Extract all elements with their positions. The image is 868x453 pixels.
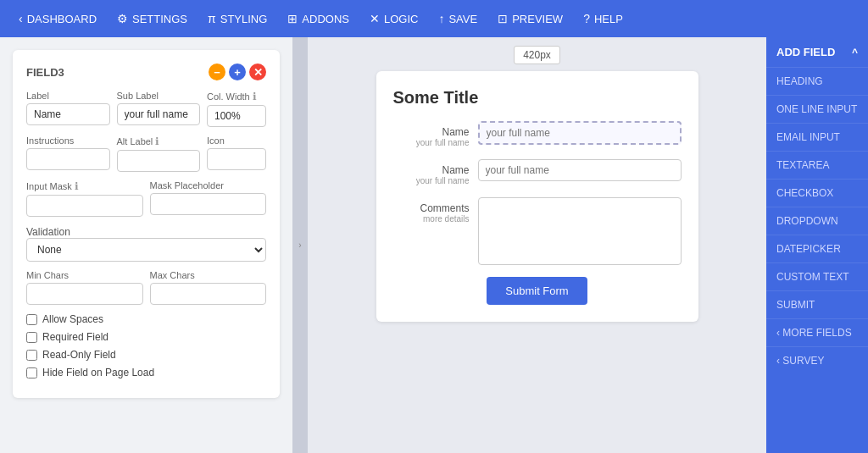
minchars-label: Min Chars [26, 270, 143, 280]
nav-preview[interactable]: ⊡ PREVIEW [487, 7, 573, 30]
right-panel-chevron[interactable]: ^ [852, 47, 858, 58]
nav-logic[interactable]: ✕ LOGIC [359, 7, 428, 30]
help-icon: ? [583, 12, 590, 25]
inputmask-label: Input Mask ℹ [26, 180, 143, 192]
left-panel: FIELD3 − + ✕ Label Sub Label [0, 37, 292, 453]
panel-header: FIELD3 − + ✕ [26, 64, 266, 80]
minchars-input[interactable] [26, 283, 143, 305]
hide-on-load-checkbox[interactable] [26, 367, 37, 378]
group-icon: Icon [207, 135, 266, 170]
addons-icon: ⊞ [287, 12, 298, 25]
right-item-email-input[interactable]: EMAIL INPUT [766, 123, 868, 151]
right-item-datepicker[interactable]: DATEPICKER [766, 235, 868, 262]
nav-styling[interactable]: π STYLING [198, 7, 277, 30]
instructions-label: Instructions [26, 135, 110, 146]
main-layout: FIELD3 − + ✕ Label Sub Label [0, 37, 868, 453]
sublabel-input[interactable] [117, 103, 201, 125]
sublabel-label: Sub Label [117, 91, 201, 101]
maskplaceholder-label: Mask Placeholder [150, 180, 267, 191]
right-item-heading[interactable]: HEADING [766, 67, 868, 95]
preview-field-3: Comments more details [393, 197, 682, 265]
panel-title-text: FIELD3 [26, 66, 64, 79]
right-item-survey[interactable]: ‹ SURVEY [766, 346, 868, 374]
read-only-label: Read-Only Field [42, 349, 116, 361]
validation-label: Validation [26, 226, 70, 238]
read-only-checkbox[interactable] [26, 350, 37, 361]
maxchars-label: Max Chars [150, 270, 267, 280]
maskplaceholder-input[interactable] [150, 193, 267, 215]
altlabel-info-icon[interactable]: ℹ [155, 135, 159, 147]
group-maskplaceholder: Mask Placeholder [150, 180, 267, 215]
preview-field-1: Name your full name [393, 121, 682, 147]
group-label: Label [26, 91, 110, 125]
right-item-submit[interactable]: SUBMIT [766, 290, 868, 318]
minimize-button[interactable]: − [209, 64, 225, 80]
instructions-input[interactable] [26, 148, 110, 170]
allow-spaces-checkbox[interactable] [26, 314, 37, 325]
label-input[interactable] [26, 103, 110, 125]
right-item-textarea[interactable]: TEXTAREA [766, 151, 868, 179]
right-item-dropdown[interactable]: DROPDOWN [766, 207, 868, 235]
checkbox-required-field: Required Field [26, 331, 266, 343]
group-altlabel: Alt Label ℹ [117, 135, 201, 172]
checkbox-allow-spaces: Allow Spaces [26, 313, 266, 325]
nav-settings[interactable]: ⚙ SETTINGS [107, 7, 198, 30]
validation-section: Validation None Email URL Number Alpha A… [26, 225, 266, 262]
group-maxchars: Max Chars [150, 270, 267, 305]
right-item-checkbox[interactable]: CHECKBOX [766, 179, 868, 207]
form-preview: Some Title Name your full name Name your… [376, 71, 698, 322]
group-inputmask: Input Mask ℹ [26, 180, 143, 217]
top-nav: ‹ DASHBOARD ⚙ SETTINGS π STYLING ⊞ ADDON… [0, 0, 868, 37]
right-panel: ADD FIELD ^ HEADING ONE LINE INPUT EMAIL… [766, 37, 868, 453]
required-field-label: Required Field [42, 331, 108, 343]
preview-input-1[interactable] [478, 121, 682, 145]
allow-spaces-label: Allow Spaces [42, 313, 103, 325]
right-item-custom-text[interactable]: CUSTOM TEXT [766, 262, 868, 290]
required-field-checkbox[interactable] [26, 332, 37, 343]
right-item-more-fields[interactable]: ‹ MORE FIELDS [766, 318, 868, 346]
preview-icon: ⊡ [498, 12, 508, 25]
inputmask-info-icon[interactable]: ℹ [75, 180, 79, 192]
colwidth-input[interactable] [207, 105, 266, 127]
submit-form-button[interactable]: Submit Form [487, 277, 587, 305]
preview-field-2: Name your full name [393, 159, 682, 185]
group-instructions: Instructions [26, 135, 110, 170]
group-colwidth: Col. Width ℹ [207, 91, 266, 127]
panel-title-icons: − + ✕ [209, 64, 266, 80]
panel-divider[interactable]: › [292, 37, 308, 453]
right-item-one-line-input[interactable]: ONE LINE INPUT [766, 95, 868, 123]
nav-dashboard[interactable]: ‹ DASHBOARD [8, 7, 107, 30]
preview-title: Some Title [393, 88, 682, 108]
maxchars-input[interactable] [150, 283, 267, 305]
label-label: Label [26, 91, 110, 101]
nav-addons[interactable]: ⊞ ADDONS [277, 7, 359, 30]
styling-icon: π [208, 12, 216, 25]
inputmask-input[interactable] [26, 195, 143, 217]
validation-select[interactable]: None Email URL Number Alpha Alphanumeric [26, 238, 266, 262]
save-icon: ↑ [438, 12, 444, 25]
altlabel-label: Alt Label ℹ [117, 135, 201, 147]
row-instructions-altlabel-icon: Instructions Alt Label ℹ Icon [26, 135, 266, 172]
preview-field-3-label: Comments more details [393, 197, 470, 224]
width-indicator: 420px [514, 46, 560, 64]
gear-icon: ⚙ [117, 12, 128, 25]
icon-input[interactable] [207, 148, 266, 170]
preview-input-2[interactable] [478, 159, 682, 181]
close-button[interactable]: ✕ [249, 64, 266, 80]
colwidth-info-icon[interactable]: ℹ [253, 91, 257, 102]
chevron-left-icon: ‹ [19, 12, 23, 25]
altlabel-input[interactable] [117, 150, 201, 172]
row-minmax: Min Chars Max Chars [26, 270, 266, 305]
group-minchars: Min Chars [26, 270, 143, 305]
hide-on-load-label: Hide Field on Page Load [42, 367, 154, 378]
nav-save[interactable]: ↑ SAVE [428, 7, 487, 30]
icon-label: Icon [207, 135, 266, 146]
add-button[interactable]: + [229, 64, 246, 80]
checkbox-hide-on-load: Hide Field on Page Load [26, 367, 266, 378]
right-panel-header: ADD FIELD ^ [766, 37, 868, 67]
preview-textarea-3[interactable] [478, 197, 682, 265]
row-masks: Input Mask ℹ Mask Placeholder [26, 180, 266, 217]
nav-help[interactable]: ? HELP [573, 7, 633, 30]
group-sublabel: Sub Label [117, 91, 201, 125]
preview-field-2-label: Name your full name [393, 159, 470, 185]
